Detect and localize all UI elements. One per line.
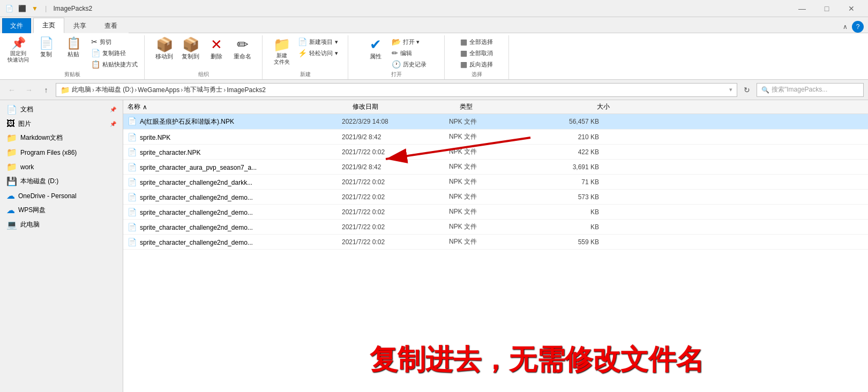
file-icon: 📄 xyxy=(128,148,137,156)
header-date-text: 修改日期 xyxy=(353,103,378,110)
select-all-button[interactable]: ▦ 全部选择 xyxy=(458,36,495,47)
history-button[interactable]: 🕐 历史记录 xyxy=(390,59,429,70)
header-date[interactable]: 修改日期 xyxy=(353,102,460,111)
clipboard-content: 📌 固定到快速访问 📄 复制 📋 粘贴 ✂ 剪切 xyxy=(4,36,140,70)
sidebar-item-pic[interactable]: 🖼 图片 📌 xyxy=(0,117,123,131)
easy-access-button[interactable]: ⚡ 轻松访问 ▾ xyxy=(296,48,340,58)
open-content: ✔ 属性 📂 打开 ▾ ✏ 编辑 🕐 历史记录 xyxy=(364,36,429,70)
copy-to-button[interactable]: 📦 复制到 xyxy=(178,36,203,62)
titlebar-title: ImagePacks2 xyxy=(53,5,790,12)
sidebar-item-markdown[interactable]: 📁 Markdown文档 xyxy=(0,131,123,145)
move-to-button[interactable]: 📦 移动到 xyxy=(152,36,176,62)
file-name: 📄A(红眼圣痕护石反和谐版本).NPK xyxy=(128,117,342,126)
invert-selection-button[interactable]: ▦ 反向选择 xyxy=(458,59,495,70)
edit-label: 编辑 xyxy=(400,49,412,57)
file-row[interactable]: 📄sprite.NPK 2021/9/2 8:42 NPK 文件 210 KB xyxy=(123,130,868,145)
file-icon: 📄 xyxy=(128,208,137,216)
properties-icon: ✔ xyxy=(370,37,381,51)
search-box[interactable]: 🔍 搜索"ImagePacks... xyxy=(757,83,864,97)
new-folder-label: 新建文件夹 xyxy=(274,52,290,65)
doc-label: 文档 xyxy=(20,105,33,114)
file-row[interactable]: 📄sprite_character_challenge2nd_darkk... … xyxy=(123,175,868,190)
close-button[interactable]: ✕ xyxy=(839,0,864,17)
copy-path-button[interactable]: 📄 复制路径 xyxy=(89,48,140,58)
tab-home[interactable]: 主页 xyxy=(33,18,64,33)
file-row[interactable]: 📄sprite_character_challenge2nd_demo... 2… xyxy=(123,205,868,220)
file-row[interactable]: 📄sprite_character_aura_pvp_season7_a... … xyxy=(123,160,868,175)
delete-button[interactable]: ✕ 删除 xyxy=(205,36,228,62)
forward-button[interactable]: → xyxy=(21,82,36,97)
file-size: 3,691 KB xyxy=(535,163,599,171)
sidebar-item-localdisk[interactable]: 💾 本地磁盘 (D:) xyxy=(0,174,123,189)
maximize-button[interactable]: □ xyxy=(814,0,839,17)
copy-button[interactable]: 📄 复制 xyxy=(34,36,58,59)
edit-button[interactable]: ✏ 编辑 xyxy=(390,48,429,58)
file-row[interactable]: 📄sprite_character_challenge2nd_demo... 2… xyxy=(123,235,868,250)
refresh-button[interactable]: ↻ xyxy=(739,82,754,97)
sidebar-item-work[interactable]: 📁 work xyxy=(0,160,123,174)
file-size: 422 KB xyxy=(535,148,599,156)
rename-label: 重命名 xyxy=(234,52,251,61)
file-row[interactable]: 📄sprite_character_challenge2nd_demo... 2… xyxy=(123,190,868,205)
sep3: › xyxy=(181,86,183,94)
copy-path-icon: 📄 xyxy=(91,49,100,57)
tab-view[interactable]: 查看 xyxy=(95,18,126,33)
copy-icon: 📄 xyxy=(39,37,54,49)
sidebar-item-programfiles[interactable]: 📁 Program Files (x86) xyxy=(0,145,123,160)
file-icon: 📄 xyxy=(128,133,137,141)
markdown-label: Markdown文档 xyxy=(20,133,63,142)
open-button[interactable]: 📂 打开 ▾ xyxy=(390,36,429,47)
file-name: 📄sprite_character_challenge2nd_demo... xyxy=(128,193,342,201)
pin-label: 固定到快速访问 xyxy=(8,50,29,63)
paste-shortcut-button[interactable]: 📋 粘贴快捷方式 xyxy=(89,59,140,70)
file-row[interactable]: 📄sprite_character_challenge2nd_demo... 2… xyxy=(123,220,868,235)
easy-access-label: 轻松访问 ▾ xyxy=(309,49,338,57)
sidebar-item-doc[interactable]: 📄 文档 📌 xyxy=(0,102,123,117)
ribbon: 📌 固定到快速访问 📄 复制 📋 粘贴 ✂ 剪切 xyxy=(0,33,868,80)
file-row[interactable]: 📄A(红眼圣痕护石反和谐版本).NPK 2022/3/29 14:08 NPK … xyxy=(123,114,868,130)
header-type[interactable]: 类型 xyxy=(460,102,545,111)
new-item-button[interactable]: 📄 新建项目 ▾ xyxy=(296,36,340,47)
help-btn[interactable]: ? xyxy=(852,21,864,33)
file-icon: 📄 xyxy=(128,238,137,246)
path-icon: 📁 xyxy=(61,86,70,94)
file-row[interactable]: 📄sprite_character.NPK 2021/7/22 0:02 NPK… xyxy=(123,145,868,160)
tab-file[interactable]: 文件 xyxy=(2,18,31,33)
minimize-button[interactable]: — xyxy=(790,0,814,17)
file-date: 2021/7/22 0:02 xyxy=(342,193,449,201)
back-button[interactable]: ← xyxy=(4,82,19,97)
header-type-text: 类型 xyxy=(460,103,473,110)
copy-to-label: 复制到 xyxy=(182,52,199,61)
open-label: 打开 ▾ xyxy=(403,38,420,46)
easy-access-icon: ⚡ xyxy=(298,49,307,57)
properties-button[interactable]: ✔ 属性 xyxy=(364,36,387,62)
paste-button[interactable]: 📋 粘贴 xyxy=(60,36,87,59)
sidebar-item-onedrive[interactable]: ☁ OneDrive - Personal xyxy=(0,189,123,203)
sidebar-item-wps[interactable]: ☁ WPS网盘 xyxy=(0,203,123,217)
invert-icon: ▦ xyxy=(460,60,467,69)
path-localdisk: 本地磁盘 (D:) xyxy=(95,85,133,94)
cut-label: 剪切 xyxy=(100,38,111,46)
ribbon-collapse-btn[interactable]: ∧ xyxy=(841,21,850,33)
thispc-icon: 💻 xyxy=(6,220,17,230)
tab-share[interactable]: 共享 xyxy=(64,18,95,33)
new-folder-button[interactable]: 📁 新建文件夹 xyxy=(270,36,294,66)
file-type: NPK 文件 xyxy=(449,222,535,231)
pin-icon: 📌 xyxy=(11,37,26,49)
sidebar-item-thispc[interactable]: 💻 此电脑 xyxy=(0,217,123,232)
address-path[interactable]: 📁 此电脑 › 本地磁盘 (D:) › WeGameApps › 地下城与勇士 … xyxy=(56,83,737,97)
new-label: 新建 xyxy=(300,71,311,78)
cut-button[interactable]: ✂ 剪切 xyxy=(89,36,140,47)
file-date: 2021/9/2 8:42 xyxy=(342,163,449,171)
copy-label: 复制 xyxy=(40,50,52,58)
header-size[interactable]: 大小 xyxy=(545,102,610,111)
file-type: NPK 文件 xyxy=(449,192,535,201)
ribbon-group-organize: 📦 移动到 📦 复制到 ✕ 删除 ✏ 重命名 组织 xyxy=(145,35,263,79)
rename-button[interactable]: ✏ 重命名 xyxy=(230,36,255,62)
header-name[interactable]: 名称 ∧ xyxy=(128,102,353,111)
pin-to-quickaccess-button[interactable]: 📌 固定到快速访问 xyxy=(4,36,32,64)
select-none-button[interactable]: ▦ 全部取消 xyxy=(458,48,495,58)
clipboard-small-btns: ✂ 剪切 📄 复制路径 📋 粘贴快捷方式 xyxy=(89,36,140,70)
file-size: KB xyxy=(535,208,599,216)
up-button[interactable]: ↑ xyxy=(39,82,54,97)
